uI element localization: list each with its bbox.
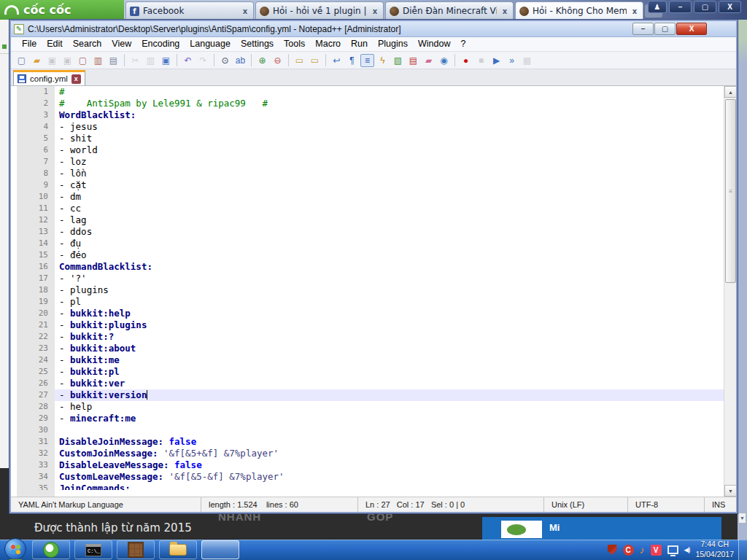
scroll-down-icon[interactable]: ▼: [724, 485, 736, 497]
paste-icon[interactable]: ▣: [159, 54, 173, 67]
tab-close-icon[interactable]: x: [500, 7, 509, 15]
code-line[interactable]: 5 - shit: [11, 133, 724, 144]
code-line[interactable]: 7 - loz: [11, 156, 724, 168]
code-line[interactable]: 20 - bukkit:help: [11, 308, 724, 319]
open-file-icon[interactable]: ▰: [30, 54, 44, 67]
code-line[interactable]: 25 - bukkit:pl: [11, 366, 724, 378]
taskbar-clock[interactable]: 7:44 CH 15/04/2017: [695, 540, 734, 559]
webpage-video-thumbnail[interactable]: [501, 521, 542, 538]
menu-item[interactable]: Language: [185, 37, 236, 51]
audio-manager-icon[interactable]: ♪: [640, 544, 645, 556]
function-list-icon[interactable]: ϟ: [376, 54, 390, 67]
monitoring-icon[interactable]: ◉: [437, 54, 451, 67]
sync-horizontal-icon[interactable]: ▭: [308, 54, 322, 67]
indent-guide-icon[interactable]: ≡: [360, 54, 374, 67]
tab-close-icon[interactable]: x: [241, 7, 249, 15]
coccoc-logo[interactable]: cốc cốc: [0, 0, 124, 20]
code-line[interactable]: 21 - bukkit:plugins: [11, 319, 724, 331]
editor-area[interactable]: 1 # 2 # AntiSpam by Lele991 & ripac99 # …: [11, 85, 736, 497]
code-line[interactable]: 11 - cc: [11, 203, 724, 214]
browser-profile-button[interactable]: ♟: [648, 1, 667, 13]
menu-item[interactable]: View: [107, 37, 136, 51]
code-line[interactable]: 34 CustomLeaveMessage: '&f[&5-&f] &7%pla…: [11, 471, 724, 483]
taskbar-cmd-button[interactable]: C:\_: [74, 540, 112, 559]
restore-button[interactable]: ▢: [654, 23, 676, 35]
code-line[interactable]: 14 - đụ: [11, 238, 724, 249]
close-file-icon[interactable]: ▢: [76, 54, 90, 67]
start-button[interactable]: [4, 538, 26, 560]
browser-tab-facebook[interactable]: f Facebook x: [125, 1, 254, 20]
macro-save-icon[interactable]: ▦: [520, 54, 534, 67]
code-line[interactable]: 31 DisableJoinMessage: false: [11, 436, 724, 448]
cut-icon[interactable]: ✂: [128, 54, 142, 67]
vertical-scrollbar[interactable]: ▲ ≡ ▼: [724, 86, 736, 497]
unikey-icon[interactable]: V: [651, 545, 662, 556]
browser-tab-hoi-khong-cho-mem[interactable]: Hỏi - Không Cho Mem S x: [515, 1, 643, 20]
volume-icon[interactable]: ◀): [684, 546, 690, 553]
zoom-in-icon[interactable]: ⊕: [255, 54, 269, 67]
code-line[interactable]: 35 JoinCommands:: [11, 483, 724, 490]
macro-run-multiple-icon[interactable]: »: [505, 54, 519, 67]
menu-item[interactable]: Plugins: [373, 37, 413, 51]
show-desktop-button[interactable]: [738, 540, 747, 560]
code-line[interactable]: 24 - bukkit:me: [11, 354, 724, 366]
browser-maximize-button[interactable]: ▢: [694, 1, 716, 13]
replace-icon[interactable]: ab: [233, 54, 247, 67]
document-map-icon[interactable]: ▧: [391, 54, 405, 67]
code-line[interactable]: 10 - dm: [11, 191, 724, 203]
macro-record-icon[interactable]: ●: [459, 54, 473, 67]
code-line[interactable]: 18 - plugins: [11, 284, 724, 296]
close-button[interactable]: X: [676, 23, 707, 35]
close-all-icon[interactable]: ▥: [91, 54, 105, 67]
browser-close-button[interactable]: X: [719, 1, 741, 13]
code-line[interactable]: 15 - đéo: [11, 249, 724, 261]
show-all-characters-icon[interactable]: ¶: [345, 54, 359, 67]
code-line[interactable]: 9 - cặt: [11, 179, 724, 191]
code-line[interactable]: 27 - bukkit:version: [11, 389, 724, 401]
doc-switcher-icon[interactable]: ▤: [406, 54, 420, 67]
notepadpp-titlebar[interactable]: ✎ C:\Users\Administrator\Desktop\Server\…: [11, 21, 736, 37]
browser-tab-hoi-plugin[interactable]: Hỏi - hỏi về 1 plugin | D x: [255, 1, 384, 20]
code-line[interactable]: 23 - bukkit:about: [11, 343, 724, 354]
taskbar-coccoc-button[interactable]: [32, 540, 70, 559]
scrollbar-thumb[interactable]: ≡: [725, 99, 736, 283]
menu-item[interactable]: Run: [346, 37, 373, 51]
menu-item[interactable]: ?: [455, 37, 471, 51]
save-all-icon[interactable]: ▣: [61, 54, 74, 67]
network-icon[interactable]: [667, 545, 678, 554]
taskbar-notepadpp-button[interactable]: ✎: [201, 540, 239, 559]
sync-vertical-icon[interactable]: ▭: [293, 54, 306, 67]
menu-item[interactable]: Settings: [236, 37, 279, 51]
menu-item[interactable]: Window: [413, 37, 455, 51]
code-line[interactable]: 13 - ddos: [11, 226, 724, 238]
tab-close-icon[interactable]: x: [630, 7, 639, 15]
page-scroll-down-icon[interactable]: ▼: [738, 513, 746, 524]
code-line[interactable]: 6 - world: [11, 144, 724, 156]
code-line[interactable]: 2 # AntiSpam by Lele991 & ripac99 #: [11, 98, 724, 109]
menu-item[interactable]: File: [17, 37, 42, 51]
code-line[interactable]: 32 CustomJoinMessage: '&f[&5+&f] &7%play…: [11, 448, 724, 459]
minimize-button[interactable]: –: [632, 23, 654, 35]
save-icon[interactable]: ▣: [45, 54, 59, 67]
taskbar-explorer-button[interactable]: [159, 540, 197, 559]
print-icon[interactable]: ▤: [107, 54, 120, 67]
ccleaner-icon[interactable]: C: [623, 545, 634, 556]
code-line[interactable]: 16 CommandBlacklist:: [11, 261, 724, 273]
menu-item[interactable]: Macro: [310, 37, 346, 51]
undo-icon[interactable]: ↶: [181, 54, 195, 67]
tab-config-yml[interactable]: config.yml x: [13, 70, 85, 85]
macro-stop-icon[interactable]: ■: [474, 54, 488, 67]
folder-as-workspace-icon[interactable]: ▰: [422, 54, 436, 67]
menu-item[interactable]: Search: [68, 37, 107, 51]
code-line[interactable]: 33 DisableLeaveMessage: false: [11, 459, 724, 471]
zoom-out-icon[interactable]: ⊖: [271, 54, 285, 67]
macro-play-icon[interactable]: ▶: [489, 54, 503, 67]
find-icon[interactable]: ⊙: [218, 54, 232, 67]
code-line[interactable]: 1 #: [11, 86, 724, 98]
file-tab-close-icon[interactable]: x: [71, 74, 81, 84]
menu-item[interactable]: Encoding: [136, 37, 185, 51]
tab-close-icon[interactable]: x: [371, 7, 379, 15]
code-line[interactable]: 28 - help: [11, 401, 724, 413]
code-line[interactable]: 29 - minecraft:me: [11, 413, 724, 424]
browser-minimize-button[interactable]: –: [669, 1, 692, 13]
